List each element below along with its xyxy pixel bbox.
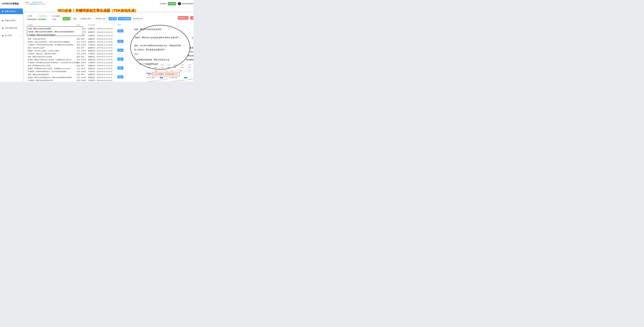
used-words-label: 已使用字数： — [38, 15, 48, 17]
row-update-time: 更新时间： 2024-05-21 14:22:51 — [88, 67, 112, 70]
tooltip-generated-title: 生成标题：网站SEO如何优化效果好 — [28, 34, 56, 36]
row-status: 状态: 成功 — [77, 64, 84, 67]
screenshot-divider — [146, 76, 193, 77]
illegible-text-placeholder — [172, 77, 174, 78]
row-divider — [27, 81, 126, 81]
ellipse-annotation — [130, 25, 190, 69]
user-id: 65e4811dfb644f0 — [182, 3, 194, 5]
export-success-button[interactable]: 导出成功文章 — [132, 17, 143, 20]
tab-label: 批量文章生成 — [32, 1, 42, 3]
yellow-cup-icon — [166, 70, 167, 72]
used-words-value: 8431800 — [38, 18, 46, 20]
row-publish-state: 发布: 未发布 — [77, 53, 86, 55]
illegible-text-placeholder — [174, 67, 176, 68]
tab-home[interactable]: 首页 — [24, 1, 30, 4]
row-word-count: 正文: 2301字 — [77, 41, 86, 43]
row-publish-state: 发布: 未发布 — [77, 61, 86, 64]
home-icon — [2, 20, 4, 22]
illegible-text-placeholder — [188, 67, 190, 68]
row-double-title: 双标题：百度seo技术优化，百度seo排名优化公司哪家好 — [28, 41, 70, 43]
start-generate-button[interactable]: 开始生成 — [63, 17, 70, 20]
row-status: 状态: 成功 — [77, 56, 84, 58]
home-icon — [2, 10, 4, 12]
table-row: 标题：跨境电商seo是什么意思 双标题：跨境电商seo是什么意思，跨境电商 cr… — [0, 64, 130, 73]
person-outline-icon — [188, 70, 190, 72]
row-update-time: 更新时间： 2024-05-21 14:23:13 — [88, 31, 112, 33]
row-create-time: 创建时间： 2024-05-21 14:12:53 — [88, 27, 112, 30]
promo-banner: SEO必备！关键词原创文章生成器（TDK自动生成） — [52, 8, 144, 13]
row-title: 标题：百度seo技术优化 — [28, 38, 46, 40]
preview-button[interactable]: 预览 — [118, 49, 124, 52]
tutorial-button[interactable]: 使用教程 — [159, 2, 167, 5]
preview-button[interactable]: 预览 — [118, 75, 124, 78]
row-double-title: 双标题：网站seo排名优化工具在线，seo网站优化工具大全 — [28, 58, 72, 61]
row-create-time: 创建时间： 2024-05-21 14:12:53 — [88, 47, 112, 49]
illegible-text-placeholder — [149, 77, 151, 78]
total-words-label: 总字数： — [27, 15, 34, 17]
row-generate-time: 生成时间： 2024-05-21 14:22:59 — [88, 44, 112, 46]
row-title-tooltip: 标题：网站seo如何优化效果好 双标题：网站seo如何优化效果好，网站seo如何… — [27, 26, 83, 36]
ranking-trend-sparkline — [172, 78, 193, 82]
row-word-count: 正文: 954字 — [77, 67, 86, 70]
avatar[interactable] — [178, 2, 181, 5]
row-divider — [27, 54, 126, 54]
generate-status-filter[interactable]: 生成状态: 全部 — [79, 17, 92, 20]
illegible-text-placeholder — [152, 77, 154, 78]
row-generated-title: 生成标题：揭秘SEO：网站排名的魔法 — [28, 53, 56, 55]
reset-failed-button[interactable]: 重置失败文章 — [178, 16, 188, 20]
row-update-time: 更新时间： 2024-05-21 14:22:54 — [88, 58, 112, 61]
row-word-count: 正文: 1233字 — [77, 76, 86, 79]
row-divider — [27, 63, 126, 63]
preview-button[interactable]: 预览 — [118, 40, 124, 43]
red-seal-icon — [180, 70, 182, 72]
preview-button[interactable]: 预览 — [118, 66, 124, 69]
illegible-text-placeholder — [147, 77, 148, 78]
sidebar-item-site-management[interactable]: 批量站点管理 — [0, 18, 23, 23]
tooltip-title: 标题：网站seo如何优化效果好 — [28, 27, 51, 30]
row-create-time: 创建时间： 2024-05-21 14:12:53 — [88, 64, 112, 67]
row-title: 标题：跨境电商seo是什么意思 — [28, 64, 50, 67]
row-create-time: 创建时间： 2024-05-21 14:12:53 — [88, 38, 112, 40]
clipped-text-fragment: 帮助您 — [188, 55, 194, 57]
preview-button[interactable]: 预览 — [118, 29, 124, 32]
row-generate-time: 生成时间： 2024-05-21 14:22:41 — [88, 79, 112, 82]
yellow-bars-icon — [171, 70, 172, 72]
row-generated-title: 生成标题：提升网站SEO排名的必备利器——SEO排名优化工具在线 — [28, 61, 78, 64]
screenshot-button — [184, 77, 187, 78]
clipped-text-fragment: 引 — [192, 37, 194, 39]
row-status: 状态: 成功 — [77, 73, 84, 76]
table-row: 标题：网站seo如何做好优化 双标题：网站seo如何做好优化，网站seo如何做好… — [0, 73, 130, 81]
sidebar-item-label: 批量站点管理 — [5, 19, 15, 22]
tab-batch-article-generate[interactable]: 批量文章生成 × — [31, 1, 45, 4]
row-title: 标题：SEO是什么意思 — [28, 47, 44, 49]
refresh-button[interactable]: 刷新 — [72, 17, 78, 20]
row-double-title: 双标题：网站seo如何做好优化，网站seo如何做好优化策略 — [28, 76, 72, 79]
preview-button[interactable]: 预览 — [118, 57, 124, 61]
illegible-text-placeholder — [175, 77, 177, 78]
collection-trend-sparkline — [148, 78, 168, 82]
contact-button[interactable]: 联系客服 — [168, 2, 176, 5]
table-row: 标题：百度seo技术优化 双标题：百度seo技术优化，百度seo排名优化公司哪家… — [0, 37, 130, 46]
illegible-text-placeholder — [188, 65, 192, 65]
row-generate-time: 生成时间： 2024-05-21 14:22:51 — [88, 70, 112, 73]
clear-articles-button[interactable]: 清空文章 — [190, 16, 194, 20]
row-create-time: 创建时间： 2024-05-21 14:12:53 — [88, 73, 112, 76]
table-row: 标题：网站seo排名优化工具在线 双标题：网站seo排名优化工具在线，seo网站… — [0, 55, 130, 64]
row-title: 标题：网站seo排名优化工具在线 — [28, 56, 52, 58]
generated-count-value: 7710 — [52, 18, 56, 20]
person-icon — [178, 2, 181, 5]
illegible-text-placeholder — [146, 73, 151, 74]
row-generated-title: 生成标题：百度SEO技术优化指南：提升网站排名的关键策略 — [28, 44, 73, 46]
import-keywords-button[interactable]: 导入关键词/标题 — [118, 17, 131, 20]
global-config-button[interactable]: 全局配置 — [109, 17, 117, 20]
row-word-count: 正文: 1116字 — [77, 50, 86, 52]
row-generated-title: 生成标题：探秘跨境电商SEO：打开全球市场的钥匙 — [28, 70, 66, 73]
close-icon[interactable]: × — [43, 1, 44, 3]
case-annotation: 147SEO官网案例，收录和排名稳定上升！ — [152, 72, 180, 76]
row-double-title: 双标题：SEO是什么意思，seo是什么意思 — [28, 50, 59, 52]
sidebar-item-batch-article-generate[interactable]: 批量文章生成 — [0, 8, 23, 14]
row-generated-title: 生成标题：网站SEO如何做好优化 — [28, 79, 53, 82]
publish-status-filter[interactable]: 发布状态: 全部 — [94, 17, 107, 20]
illegible-text-placeholder — [181, 67, 184, 68]
sidebar-item-label: 批量文章生成 — [5, 10, 15, 12]
